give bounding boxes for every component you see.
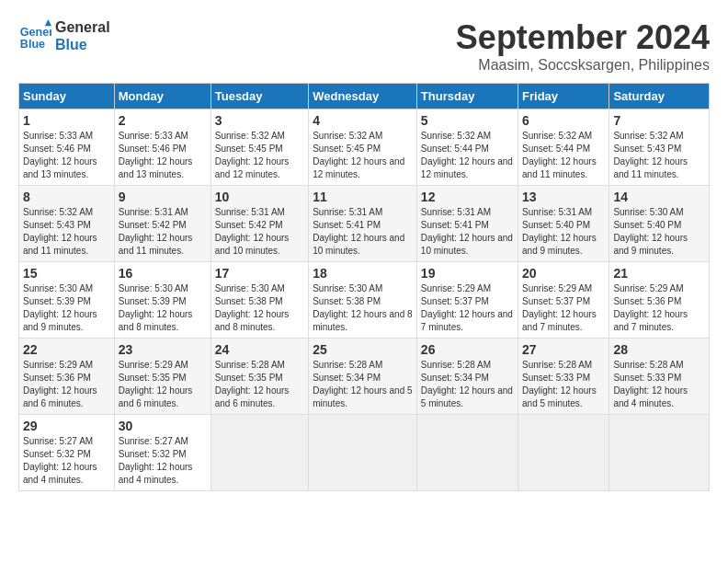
day-detail: Sunrise: 5:28 AMSunset: 5:35 PMDaylight:… <box>215 360 290 408</box>
header-thursday: Thursday <box>416 84 518 109</box>
day-detail: Sunrise: 5:32 AMSunset: 5:44 PMDaylight:… <box>522 131 597 179</box>
header-wednesday: Wednesday <box>309 84 417 109</box>
calendar-cell: 10 Sunrise: 5:31 AMSunset: 5:42 PMDaylig… <box>210 186 308 262</box>
day-number: 7 <box>613 113 705 128</box>
calendar-cell: 18 Sunrise: 5:30 AMSunset: 5:38 PMDaylig… <box>309 262 417 339</box>
calendar-cell: 26 Sunrise: 5:28 AMSunset: 5:34 PMDaylig… <box>416 339 518 415</box>
calendar-week-row: 22 Sunrise: 5:29 AMSunset: 5:36 PMDaylig… <box>19 339 710 415</box>
day-number: 2 <box>119 113 207 128</box>
title-block: September 2024 Maasim, Soccsksargen, Phi… <box>456 18 710 74</box>
day-number: 21 <box>613 266 705 281</box>
day-detail: Sunrise: 5:33 AMSunset: 5:46 PMDaylight:… <box>119 131 193 179</box>
svg-marker-2 <box>45 19 51 26</box>
calendar-cell <box>518 415 609 491</box>
day-number: 8 <box>23 190 110 204</box>
calendar-cell: 21 Sunrise: 5:29 AMSunset: 5:36 PMDaylig… <box>609 262 710 339</box>
day-detail: Sunrise: 5:31 AMSunset: 5:40 PMDaylight:… <box>522 207 597 256</box>
day-detail: Sunrise: 5:30 AMSunset: 5:39 PMDaylight:… <box>23 283 97 332</box>
calendar-cell: 23 Sunrise: 5:29 AMSunset: 5:35 PMDaylig… <box>114 339 210 415</box>
day-number: 11 <box>313 190 413 204</box>
day-number: 17 <box>215 266 304 281</box>
calendar-cell: 5 Sunrise: 5:32 AMSunset: 5:44 PMDayligh… <box>416 109 518 186</box>
day-number: 6 <box>522 113 605 128</box>
calendar-cell: 9 Sunrise: 5:31 AMSunset: 5:42 PMDayligh… <box>114 186 210 262</box>
page-title: September 2024 <box>456 18 710 57</box>
calendar-cell: 24 Sunrise: 5:28 AMSunset: 5:35 PMDaylig… <box>210 339 308 415</box>
calendar-week-row: 29 Sunrise: 5:27 AMSunset: 5:32 PMDaylig… <box>19 415 710 491</box>
day-detail: Sunrise: 5:32 AMSunset: 5:45 PMDaylight:… <box>215 131 290 179</box>
calendar-cell: 6 Sunrise: 5:32 AMSunset: 5:44 PMDayligh… <box>518 109 609 186</box>
calendar-cell: 19 Sunrise: 5:29 AMSunset: 5:37 PMDaylig… <box>416 262 518 339</box>
svg-text:Blue: Blue <box>20 38 45 51</box>
calendar-table: Sunday Monday Tuesday Wednesday Thursday… <box>18 83 710 491</box>
day-detail: Sunrise: 5:32 AMSunset: 5:43 PMDaylight:… <box>613 131 688 179</box>
calendar-cell: 2 Sunrise: 5:33 AMSunset: 5:46 PMDayligh… <box>114 109 210 186</box>
day-number: 4 <box>313 113 413 128</box>
day-number: 1 <box>23 113 110 128</box>
calendar-cell <box>609 415 710 491</box>
day-detail: Sunrise: 5:30 AMSunset: 5:38 PMDaylight:… <box>313 283 412 332</box>
calendar-cell: 11 Sunrise: 5:31 AMSunset: 5:41 PMDaylig… <box>309 186 417 262</box>
calendar-cell: 27 Sunrise: 5:28 AMSunset: 5:33 PMDaylig… <box>518 339 609 415</box>
day-number: 3 <box>215 113 304 128</box>
day-number: 24 <box>215 342 304 357</box>
day-detail: Sunrise: 5:28 AMSunset: 5:34 PMDaylight:… <box>313 360 412 408</box>
calendar-cell: 20 Sunrise: 5:29 AMSunset: 5:37 PMDaylig… <box>518 262 609 339</box>
calendar-cell: 12 Sunrise: 5:31 AMSunset: 5:41 PMDaylig… <box>416 186 518 262</box>
day-detail: Sunrise: 5:29 AMSunset: 5:37 PMDaylight:… <box>421 283 513 332</box>
header-friday: Friday <box>518 84 609 109</box>
day-detail: Sunrise: 5:28 AMSunset: 5:33 PMDaylight:… <box>613 360 688 408</box>
logo-line2: Blue <box>55 36 110 53</box>
day-detail: Sunrise: 5:29 AMSunset: 5:37 PMDaylight:… <box>522 283 597 332</box>
day-detail: Sunrise: 5:29 AMSunset: 5:35 PMDaylight:… <box>119 360 193 408</box>
logo-line1: General <box>55 18 110 36</box>
calendar-week-row: 8 Sunrise: 5:32 AMSunset: 5:43 PMDayligh… <box>19 186 710 262</box>
calendar-cell: 14 Sunrise: 5:30 AMSunset: 5:40 PMDaylig… <box>609 186 710 262</box>
day-number: 27 <box>522 342 605 357</box>
day-number: 9 <box>119 190 207 204</box>
header-monday: Monday <box>114 84 210 109</box>
day-detail: Sunrise: 5:32 AMSunset: 5:45 PMDaylight:… <box>313 131 404 179</box>
day-number: 13 <box>522 190 605 204</box>
calendar-cell: 25 Sunrise: 5:28 AMSunset: 5:34 PMDaylig… <box>309 339 417 415</box>
calendar-cell <box>416 415 518 491</box>
calendar-cell: 16 Sunrise: 5:30 AMSunset: 5:39 PMDaylig… <box>114 262 210 339</box>
day-detail: Sunrise: 5:30 AMSunset: 5:39 PMDaylight:… <box>119 283 193 332</box>
calendar-cell: 29 Sunrise: 5:27 AMSunset: 5:32 PMDaylig… <box>19 415 115 491</box>
logo-icon: General Blue <box>18 19 51 52</box>
header-tuesday: Tuesday <box>210 84 308 109</box>
day-detail: Sunrise: 5:28 AMSunset: 5:34 PMDaylight:… <box>421 360 513 408</box>
day-number: 20 <box>522 266 605 281</box>
day-detail: Sunrise: 5:31 AMSunset: 5:42 PMDaylight:… <box>119 207 193 256</box>
calendar-cell: 22 Sunrise: 5:29 AMSunset: 5:36 PMDaylig… <box>19 339 115 415</box>
day-number: 19 <box>421 266 514 281</box>
calendar-cell: 28 Sunrise: 5:28 AMSunset: 5:33 PMDaylig… <box>609 339 710 415</box>
day-detail: Sunrise: 5:32 AMSunset: 5:44 PMDaylight:… <box>421 131 513 179</box>
logo: General Blue General Blue <box>18 18 110 53</box>
calendar-cell <box>309 415 417 491</box>
day-number: 22 <box>23 342 110 357</box>
day-detail: Sunrise: 5:29 AMSunset: 5:36 PMDaylight:… <box>23 360 97 408</box>
day-detail: Sunrise: 5:28 AMSunset: 5:33 PMDaylight:… <box>522 360 597 408</box>
calendar-week-row: 1 Sunrise: 5:33 AMSunset: 5:46 PMDayligh… <box>19 109 710 186</box>
day-detail: Sunrise: 5:31 AMSunset: 5:41 PMDaylight:… <box>313 207 404 256</box>
page-header: General Blue General Blue September 2024… <box>18 18 710 74</box>
day-detail: Sunrise: 5:32 AMSunset: 5:43 PMDaylight:… <box>23 207 97 256</box>
day-number: 14 <box>613 190 705 204</box>
day-number: 29 <box>23 419 110 433</box>
day-number: 28 <box>613 342 705 357</box>
calendar-cell: 4 Sunrise: 5:32 AMSunset: 5:45 PMDayligh… <box>309 109 417 186</box>
calendar-header-row: Sunday Monday Tuesday Wednesday Thursday… <box>19 84 710 109</box>
day-detail: Sunrise: 5:31 AMSunset: 5:42 PMDaylight:… <box>215 207 290 256</box>
day-detail: Sunrise: 5:29 AMSunset: 5:36 PMDaylight:… <box>613 283 688 332</box>
day-number: 23 <box>119 342 207 357</box>
day-number: 15 <box>23 266 110 281</box>
calendar-cell <box>210 415 308 491</box>
day-number: 25 <box>313 342 413 357</box>
calendar-cell: 17 Sunrise: 5:30 AMSunset: 5:38 PMDaylig… <box>210 262 308 339</box>
day-number: 30 <box>119 419 207 433</box>
calendar-cell: 30 Sunrise: 5:27 AMSunset: 5:32 PMDaylig… <box>114 415 210 491</box>
day-detail: Sunrise: 5:30 AMSunset: 5:38 PMDaylight:… <box>215 283 290 332</box>
day-number: 16 <box>119 266 207 281</box>
calendar-cell: 3 Sunrise: 5:32 AMSunset: 5:45 PMDayligh… <box>210 109 308 186</box>
